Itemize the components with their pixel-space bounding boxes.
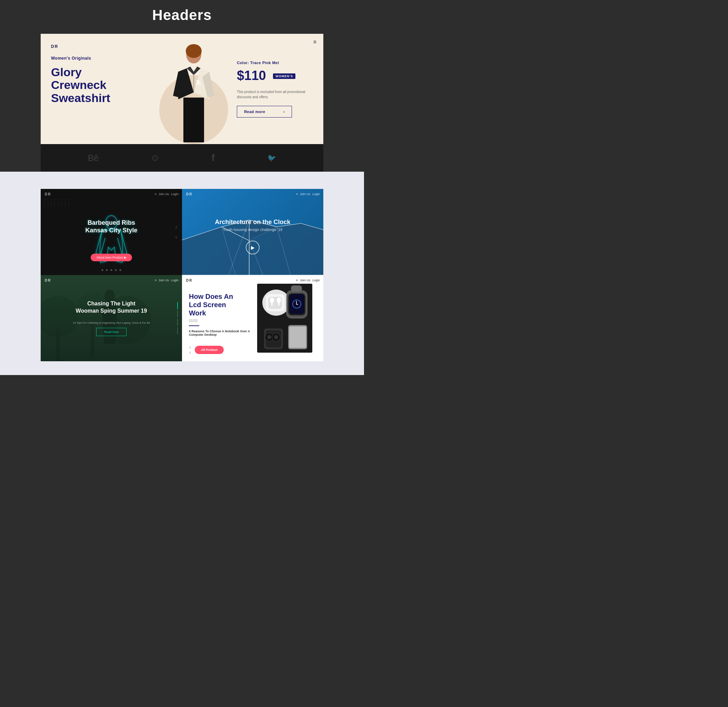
card-arch-logo: DR — [186, 192, 192, 196]
behance-icon[interactable] — [88, 153, 99, 163]
card-arch-login[interactable]: Login — [312, 192, 320, 196]
read-more-button[interactable]: Read more › — [237, 106, 292, 117]
hero-desc: This product is excluded from all promot… — [237, 89, 315, 100]
tech-product-image — [257, 284, 312, 353]
card-photo-login[interactable]: Login — [171, 279, 179, 282]
tech-products-svg — [257, 284, 312, 353]
hero-model — [166, 34, 221, 144]
card-bbq-join[interactable]: Join Us — [159, 192, 169, 196]
card-tech-menu-icon: ≡ — [296, 279, 298, 282]
card-tech-button[interactable]: All Product — [195, 346, 224, 354]
hero-title-line1: Glory — [51, 65, 82, 79]
bbq-arrow-up[interactable]: ∧ — [175, 225, 178, 230]
card-bbq-menu-icon: ≡ — [155, 192, 156, 196]
svg-point-24 — [270, 298, 274, 303]
dribbble-icon[interactable] — [152, 153, 159, 163]
hero-card-left: DR Women's Originals Glory Crewneck Swea… — [41, 34, 159, 144]
model-figure-svg — [171, 40, 216, 144]
hero-category: Women's Originals — [51, 56, 149, 61]
card-bbq-button[interactable]: About New Product ▶ — [91, 254, 132, 261]
svg-point-26 — [277, 298, 281, 303]
card-photo-menu-icon: ≡ — [155, 279, 156, 282]
tech-arrows: ∧ ∨ — [189, 346, 191, 354]
card-photo-title: Chasing The Light Wooman Sping Summer 19 — [76, 300, 147, 315]
hero-card-top: DR Women's Originals Glory Crewneck Swea… — [41, 34, 323, 144]
card-tech: DR ≡ Join Us Login How Does An Lcd Scree… — [182, 275, 323, 361]
card-bbq: DR ≡ Join Us Login — [41, 189, 182, 275]
arch-play-button[interactable]: ▶ — [246, 241, 260, 254]
bbq-arrow-down[interactable]: ∨ — [175, 235, 178, 240]
card-arch-subtitle: Youth housing design challenge '19 — [223, 227, 282, 232]
cards-outer: DR ≡ Join Us Login — [0, 172, 364, 375]
hero-card-center — [159, 34, 228, 144]
card-arch: DR ≡ Join Us Login Architecture on the C… — [182, 189, 323, 275]
card-photo-button[interactable]: Read Now — [96, 328, 127, 336]
card-tech-login[interactable]: Login — [312, 279, 320, 282]
svg-rect-34 — [296, 304, 298, 305]
hero-card-bottom — [41, 144, 323, 172]
card-tech-join[interactable]: Join Us — [300, 279, 310, 282]
card-arch-join[interactable]: Join Us — [300, 192, 310, 196]
svg-rect-25 — [271, 302, 273, 306]
social-dot-4 — [115, 269, 117, 271]
card-photo-join[interactable]: Join Us — [159, 279, 169, 282]
hero-color-label: Color: Trace Pink Mel — [237, 61, 315, 65]
tech-arrow-down[interactable]: ∨ — [189, 351, 191, 354]
svg-rect-33 — [296, 301, 297, 304]
card-photo-nav: ≡ Join Us Login — [155, 279, 179, 282]
svg-rect-30 — [291, 285, 302, 292]
scroll-line-2 — [177, 319, 178, 326]
social-dot-2 — [106, 269, 108, 271]
card-tech-nav: ≡ Join Us Login — [296, 279, 320, 282]
dot-grid-bbq — [44, 199, 70, 206]
card-photo-small-text: 13 Tips For Cleaning & Organizing Your L… — [73, 321, 150, 324]
card-tech-divider — [189, 325, 199, 326]
tech-arrow-up[interactable]: ∧ — [189, 346, 191, 349]
social-dot-1 — [102, 269, 103, 271]
scroll-line-3 — [177, 327, 178, 334]
cards-grid: DR ≡ Join Us Login — [41, 189, 323, 361]
card-tech-left: How Does An Lcd Screen Work 01/03 5 Reas… — [189, 282, 253, 354]
svg-rect-3 — [183, 98, 204, 142]
card-tech-bottom: ∧ ∨ All Product — [189, 342, 253, 354]
hero-title-line2: Crewneck — [51, 78, 107, 91]
social-dot-3 — [111, 269, 113, 271]
card-bbq-login[interactable]: Login — [171, 192, 179, 196]
card-photo-logo: DR — [45, 279, 51, 282]
svg-rect-27 — [278, 302, 280, 306]
twitter-icon[interactable] — [267, 153, 276, 162]
social-dot-5 — [120, 269, 121, 271]
hero-card-right: Color: Trace Pink Mel $110 WOMEN'S This … — [228, 34, 323, 144]
card-arch-nav: ≡ Join Us Login — [296, 192, 320, 196]
svg-point-39 — [267, 335, 271, 339]
card-tech-right — [253, 282, 316, 354]
card-bbq-logo: DR — [45, 192, 51, 196]
card-bbq-socials — [102, 269, 121, 271]
facebook-icon[interactable] — [211, 152, 214, 163]
hero-title: Glory Crewneck Sweatshirt — [51, 66, 149, 104]
hero-badge: WOMEN'S — [273, 74, 295, 79]
page-title: Headers — [152, 7, 212, 23]
card-bbq-arrows: ∧ ∨ — [175, 225, 178, 240]
photo-scroll-indicator — [177, 302, 178, 334]
scroll-line-1 — [177, 311, 178, 318]
hero-price: $110 WOMEN'S — [237, 68, 315, 83]
card-tech-number: 01/03 — [189, 319, 253, 322]
svg-point-40 — [274, 335, 278, 339]
hero-menu-icon[interactable]: ≡ — [313, 39, 316, 45]
card-tech-title: How Does An Lcd Screen Work — [189, 292, 253, 317]
card-bbq-title: Barbequed Ribs Kansas City Style — [85, 219, 137, 234]
card-photo: DR ≡ Join Us Login Chasing The Light Woo… — [41, 275, 182, 361]
scroll-line-active — [177, 302, 178, 309]
hero-card: DR Women's Originals Glory Crewneck Swea… — [41, 34, 323, 172]
hero-title-line3: Sweatshirt — [51, 91, 110, 104]
svg-rect-42 — [289, 327, 306, 348]
card-arch-title: Architecture on the Clock — [215, 218, 290, 226]
card-bbq-nav: ≡ Join Us Login — [155, 192, 179, 196]
card-photo-overlay — [41, 275, 182, 361]
svg-point-1 — [186, 44, 202, 58]
card-tech-sub-title: 5 Reasons To Choose A Notebook Over A Co… — [189, 330, 253, 337]
card-arch-menu-icon: ≡ — [296, 192, 298, 196]
page-wrapper: Headers DR Women's Originals Glory Crewn… — [0, 0, 364, 389]
card-tech-logo: DR — [186, 279, 192, 282]
